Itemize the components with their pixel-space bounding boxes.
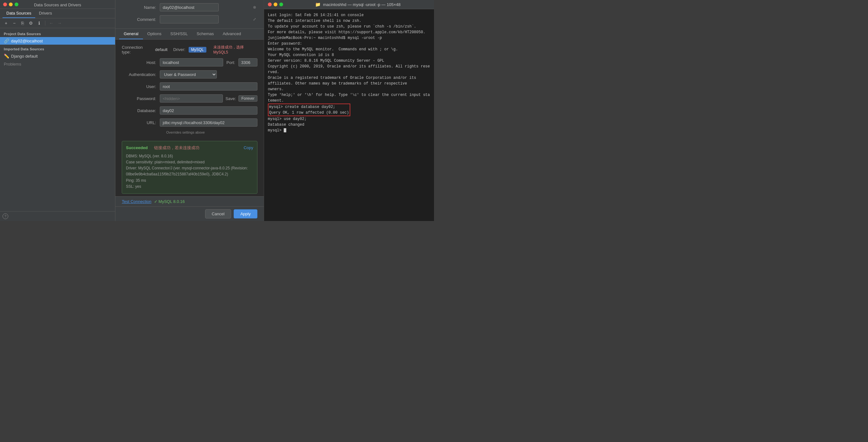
user-row: User:: [122, 82, 257, 91]
maximize-button[interactable]: [14, 3, 19, 6]
url-input[interactable]: [160, 118, 257, 127]
bottom-buttons: Cancel Apply: [115, 206, 264, 221]
close-button[interactable]: [3, 3, 7, 6]
comment-input-wrapper: ⤢: [160, 15, 257, 24]
success-details: DBMS: MySQL (ver. 8.0.16) Case sensitivi…: [126, 153, 253, 190]
terminal-highlighted-block: mysql> create database day02;Query OK, 1…: [268, 104, 350, 116]
terminal-line: For more details, please visit https://s…: [268, 29, 430, 35]
auth-label: Authentication:: [122, 72, 160, 77]
tab-ssh-ssl[interactable]: SSH/SSL: [166, 29, 192, 39]
password-row: Password: Save: Forever: [122, 94, 257, 103]
terminal-panel: 📁 macintoshhd — mysql -uroot -p — 105×48…: [264, 0, 434, 221]
not-connected-badge: 未连接成功，选择MySQL5: [213, 45, 257, 55]
forward-button[interactable]: →: [56, 20, 63, 27]
success-titles: Succeeded 链接成功，若未连接成功: [126, 145, 199, 151]
toolbar-separator: [45, 21, 45, 26]
comment-input[interactable]: [160, 15, 219, 24]
terminal-titlebar: 📁 macintoshhd — mysql -uroot -p — 105×48: [264, 0, 434, 9]
terminal-line: Oracle is a registered trademark of Orac…: [268, 75, 430, 81]
terminal-after-line: mysql> use day02;: [268, 116, 430, 122]
success-line-6: SSL: yes: [126, 184, 253, 190]
success-line-3: Driver: MySQL Connector/J (ver. mysql-co…: [126, 165, 253, 171]
tab-schemas[interactable]: Schemas: [192, 29, 218, 39]
terminal-after-line: mysql>: [268, 128, 430, 133]
traffic-lights: [3, 3, 19, 6]
terminal-line: junjiedeMacBook-Pro:~ macintoshhd$ mysql…: [268, 35, 430, 41]
folder-icon: 📁: [315, 2, 320, 7]
terminal-maximize-button[interactable]: [279, 3, 283, 6]
datasource-toolbar: + − ⎘ ⚙ ℹ ← →: [0, 19, 115, 28]
comment-row: Comment: ⤢: [122, 15, 257, 24]
terminal-line: The default interactive shell is now zsh…: [268, 18, 430, 24]
url-row: URL:: [122, 118, 257, 127]
data-sources-window: Data Sources and Drivers Data Sources Dr…: [0, 0, 115, 221]
remove-datasource-button[interactable]: −: [11, 20, 18, 27]
tab-general[interactable]: General: [119, 29, 143, 39]
terminal-minimize-button[interactable]: [274, 3, 277, 6]
tab-drivers[interactable]: Drivers: [35, 9, 56, 18]
host-input[interactable]: [160, 58, 223, 67]
settings-button[interactable]: ⚙: [27, 20, 34, 27]
port-label: Port:: [226, 60, 235, 65]
save-label: Save:: [225, 96, 236, 101]
password-input[interactable]: [160, 94, 223, 103]
test-result: ✓ MySQL 8.0.16: [154, 199, 185, 204]
driver-badge[interactable]: MySQL: [189, 47, 206, 53]
config-panel: Name: ⊗ Comment: ⤢ General Options SSH/S…: [115, 0, 264, 221]
sidebar-item-label: Django default: [11, 54, 38, 59]
terminal-body[interactable]: Last login: Sat Feb 26 14:21:41 on conso…: [264, 9, 434, 221]
save-type-button[interactable]: Forever: [239, 95, 257, 102]
comment-expand-button[interactable]: ⤢: [253, 17, 256, 22]
password-label: Password:: [122, 96, 160, 101]
apply-button[interactable]: Apply: [234, 209, 257, 218]
success-line-1: DBMS: MySQL (ver. 8.0.16): [126, 153, 253, 159]
tab-options[interactable]: Options: [143, 29, 166, 39]
test-connection-button[interactable]: Test Connection: [122, 199, 151, 204]
name-label: Name:: [122, 5, 160, 10]
success-line-2: Case sensitivity: plain=mixed, delimited…: [126, 159, 253, 165]
name-clear-button[interactable]: ⊗: [253, 5, 256, 9]
terminal-title: 📁 macintoshhd — mysql -uroot -p — 105×48: [286, 2, 430, 7]
terminal-line: Welcome to the MySQL monitor. Commands e…: [268, 46, 430, 52]
terminal-line: Your MySQL connection id is 8: [268, 52, 430, 58]
name-input[interactable]: [160, 3, 219, 11]
sidebar-item-label: day02@localhost: [11, 39, 43, 43]
sidebar-item-day02-localhost[interactable]: 🔗 day02@localhost: [0, 37, 115, 45]
test-connection-bar: Test Connection ✓ MySQL 8.0.16: [115, 196, 264, 206]
port-input[interactable]: [239, 58, 257, 67]
copy-button[interactable]: Copy: [244, 145, 253, 150]
driver-label: Driver:: [173, 47, 185, 52]
terminal-cursor: [284, 128, 286, 132]
auth-row: Authentication: User & Password: [122, 70, 257, 78]
back-button[interactable]: ←: [48, 20, 55, 27]
info-button[interactable]: ℹ: [35, 20, 42, 27]
datasource-sidebar: Project Data Sources 🔗 day02@localhost I…: [0, 28, 115, 211]
terminal-highlighted-line: mysql> create database day02;: [269, 104, 349, 110]
tab-data-sources[interactable]: Data Sources: [3, 9, 35, 18]
auth-select[interactable]: User & Password: [160, 70, 217, 78]
copy-datasource-button[interactable]: ⎘: [19, 20, 26, 27]
name-input-wrapper: ⊗: [160, 3, 257, 11]
terminal-line: affiliates. Other names may be trademark…: [268, 81, 430, 87]
comment-label: Comment:: [122, 17, 160, 22]
name-row: Name: ⊗: [122, 3, 257, 11]
add-datasource-button[interactable]: +: [3, 20, 9, 27]
sidebar-item-django-default[interactable]: ✏️ Django default: [0, 52, 115, 60]
problems-item[interactable]: Problems: [0, 60, 115, 68]
success-title: Succeeded: [126, 145, 148, 150]
terminal-line: owners.: [268, 87, 430, 92]
host-label: Host:: [122, 60, 160, 65]
help-button[interactable]: ?: [3, 213, 8, 219]
database-input[interactable]: [160, 106, 257, 114]
terminal-traffic-lights: [268, 3, 283, 6]
user-label: User:: [122, 84, 160, 89]
user-input[interactable]: [160, 82, 257, 91]
success-line-4: 08be9e9b4cba6aa115f9b27b215887af40b159e0…: [126, 171, 253, 177]
cancel-button[interactable]: Cancel: [205, 209, 231, 218]
terminal-close-button[interactable]: [268, 3, 272, 6]
minimize-button[interactable]: [9, 3, 13, 6]
tab-advanced[interactable]: Advanced: [218, 29, 245, 39]
success-line-5: Ping: 35 ms: [126, 178, 253, 184]
imported-sources-label: Imported Data Sources: [0, 45, 115, 52]
terminal-after-line: Database changed: [268, 122, 430, 128]
